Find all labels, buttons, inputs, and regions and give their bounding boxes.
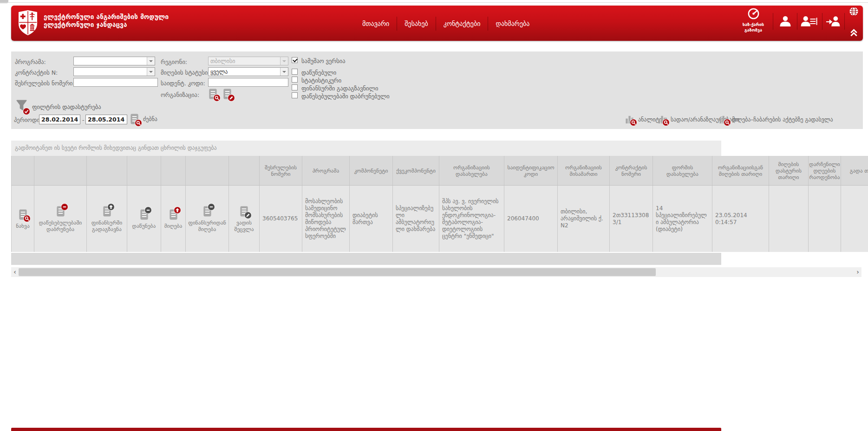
column-header-change-deadline [229,156,260,185]
period-from-input[interactable] [39,115,80,124]
user-profile-icon[interactable] [778,15,792,29]
column-header-organization-address[interactable]: ორგანიზაციის მისამართი [558,156,610,185]
user-list-icon[interactable] [801,15,818,29]
row-action-view[interactable]: ნახვა [12,186,34,252]
checkbox-sent-to-financial[interactable] [292,84,298,90]
cell-subcomponent: სპეციალიზებული ამბულატორიული დახმარება [393,186,439,252]
period-to-input[interactable] [85,115,127,124]
row-action-change-deadline[interactable]: ვადის შეცვლა [229,186,260,252]
column-header-identification-code[interactable]: საიდენტიფიკაციო კოდი [504,156,558,185]
cell-form-name: 14 სპეციალიზირებული ამბულატორია (დიაბეტი… [653,186,712,252]
speed-test-label-line2: გაზომვა [736,28,771,33]
document-icon [18,209,28,220]
document-icon [169,209,178,220]
magnifier-badge-icon [724,119,731,126]
checkbox-statistical-label: სტატისტიკური [301,77,341,84]
ident-code-input[interactable] [208,78,288,87]
organization-search-button[interactable] [208,88,218,101]
chevron-down-icon [147,68,155,76]
header-separator [797,13,797,30]
column-header-receipt-confirm-date[interactable]: მიღების დასტურის თარიღი [769,156,809,185]
column-header-reject [127,156,161,185]
document-icon [208,88,218,100]
checkbox-rejected[interactable] [292,69,298,75]
column-header-receive-financial [186,156,229,185]
column-header-send-financial [87,156,127,185]
filter-confirm-button[interactable]: ფილტრის დადასტურება [16,99,101,113]
collapse-header-icon[interactable] [849,28,858,39]
column-header-remaining-days[interactable]: დარჩენილი დღეების რაოდენობა [809,156,841,185]
speed-test-button[interactable]: ხაზ-ქარის გაზომვა [736,7,771,33]
grid-group-hint: გადმოიტანეთ ის სვეტი რომლის მიხედვითაც გ… [11,141,721,156]
program-select[interactable] [73,57,155,65]
arrow-up-badge-icon [174,207,181,213]
bar-chart-icon [718,115,728,124]
row-action-receive[interactable]: მიღება [161,186,186,252]
document-icon [102,206,112,217]
column-header-subcomponent[interactable]: ქვეკომპონენტი [393,156,439,185]
row-action-label: ნახვა [16,223,30,229]
row-action-send-to-financial[interactable]: ფინანსურში გადაგზავნა [87,186,127,252]
checkbox-sent-to-financial-label: ფინანსურში გადაგზავნილი [301,85,378,92]
cell-program: მოსახლეობის სამედიცინო მომსახურების მიწო… [302,186,350,252]
row-action-reject[interactable]: დაწუნება [127,186,161,252]
acceptance-acts-button[interactable]: მიღება–ჩაბარების აქტებზე გადასვლა [718,115,833,124]
column-header-return [34,156,87,185]
pencil-badge-icon [228,95,235,101]
column-header-received-from-org-date[interactable]: ორგანიზაციისგან მიღების თარიღი [712,156,769,185]
cell-organization-name: შპს ავ. ვ. ივერიელის სახელობის ენდოკრინო… [439,186,504,252]
cell-receipt-confirm-date [769,186,809,252]
scroll-left-arrow-icon[interactable]: ‹ [11,267,19,277]
user-switch-icon[interactable] [826,15,840,29]
region-label: რეგიონი: [161,58,187,65]
nav-item-about[interactable]: შესახებ [397,17,435,31]
column-header-contract-number[interactable]: კონტრაქტის ნომერი [610,156,653,185]
nav-item-contacts[interactable]: კონტაქტები [436,17,488,31]
cell-remaining-days [809,186,841,252]
cell-contract-number: 2თ331133083/1 [610,186,653,252]
column-header-form-name[interactable]: ფორმის დასახელება [653,156,712,185]
magnifier-badge-icon [24,215,30,222]
row-action-label: ფინანსურში გადაგზავნა [88,219,126,232]
header-separator [844,13,845,30]
column-header-component[interactable]: კომპონენეტი [350,156,393,185]
row-action-receive-from-financial[interactable]: ფინანსურიდან მიღება [186,186,229,252]
column-header-receive [161,156,186,185]
scroll-right-arrow-icon[interactable]: › [854,267,861,277]
bar-chart-icon [657,115,667,124]
performance-number-input[interactable] [73,78,158,87]
scrollbar-thumb[interactable] [19,268,656,276]
column-header-clipped[interactable]: გადა თა [841,156,868,185]
column-header-program[interactable]: პროგრამა [302,156,350,185]
filter-panel: პროგრამა: რეგიონი: თბილისი კონტრაქტის N:… [11,51,863,129]
organization-edit-button[interactable] [222,88,232,101]
period-separator: - [82,116,85,123]
document-icon [222,88,232,100]
app-title: ელექტრონული ანგარიშების მოდული ელექტრონუ… [44,13,169,29]
ident-code-label: საიდენტ. კოდი: [161,80,205,87]
status-select[interactable]: ყველა [208,67,288,76]
globe-language-icon[interactable] [849,6,859,18]
magnifier-badge-icon [214,95,220,101]
contract-label: კონტრაქტის N: [15,69,58,76]
table-row: ნახვა დაწესებულებაში დაბრუნება ფინანსურშ… [11,186,868,252]
checkbox-rejected-label: დაწუნებული [301,69,336,76]
horizontal-scrollbar[interactable]: ‹ › [11,267,861,277]
checkbox-returned-to-institution[interactable] [292,92,298,98]
row-action-label: მიღება [164,223,183,229]
row-action-return-to-institution[interactable]: დაწესებულებაში დაბრუნება [34,186,87,252]
column-header-organization-name[interactable]: ორგანიზაციის დასახელება [439,156,504,185]
program-label: პროგრამა: [15,58,46,65]
nav-item-home[interactable]: მთავარი [355,17,397,31]
performance-number-label: შესრულების ნომერი: [15,80,75,87]
chevron-down-icon [280,57,288,65]
checkbox-statistical[interactable] [292,77,298,83]
contract-select[interactable] [73,67,155,76]
nav-item-help[interactable]: დახმარება [488,17,537,31]
search-button[interactable]: ძებნა [130,113,157,125]
cell-performance-number: 3605403765 [260,186,302,252]
checkbox-working-version[interactable] [292,57,298,63]
top-divider [0,2,868,3]
column-header-performance-number[interactable]: შესრულების ნომერი [260,156,302,185]
header-separator [822,13,822,30]
